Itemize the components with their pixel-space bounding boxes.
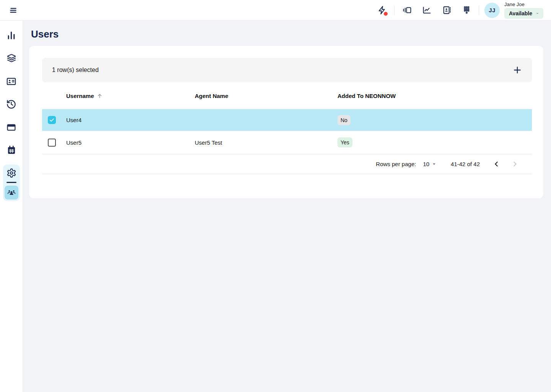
gallery-cards-button[interactable] xyxy=(400,3,414,17)
settings-group-divider xyxy=(7,182,16,183)
status-badge-yes: Yes xyxy=(337,137,352,147)
table-toolbar: 1 row(s) selected xyxy=(42,58,532,82)
add-user-button[interactable] xyxy=(510,62,525,78)
pagination-bar: Rows per page: 10 41-42 of 42 xyxy=(42,154,532,174)
main-content: Users 1 row(s) selected Username Agent N… xyxy=(23,21,551,392)
header-cell-username[interactable]: Username xyxy=(66,93,195,99)
rows-per-page-label: Rows per page: xyxy=(376,161,416,167)
plus-icon xyxy=(512,65,522,75)
sort-arrow-up-icon xyxy=(96,93,103,99)
sidebar-item-browser[interactable] xyxy=(2,118,21,136)
header-cell-agent-name[interactable]: Agent Name xyxy=(195,93,337,99)
gallery-cards-icon xyxy=(402,5,412,15)
selection-count-text: 1 row(s) selected xyxy=(52,67,99,74)
previous-page-button[interactable] xyxy=(490,158,503,171)
cell-username: User4 xyxy=(66,117,195,123)
rows-per-page-select[interactable]: 10 xyxy=(423,161,436,167)
history-icon xyxy=(6,99,16,109)
app-window-icon xyxy=(6,122,16,132)
table-row-user5[interactable]: User5 User5 Test Yes xyxy=(42,131,532,154)
cell-added: Yes xyxy=(337,137,532,147)
cell-agent-name: User5 Test xyxy=(195,139,337,146)
chart-line-button[interactable] xyxy=(420,3,434,17)
sidebar-item-calendar[interactable] xyxy=(2,141,21,159)
sidebar-item-contacts[interactable] xyxy=(2,72,21,90)
cell-checkbox xyxy=(42,139,66,147)
sidebar-item-history[interactable] xyxy=(2,95,21,113)
page-title: Users xyxy=(31,29,551,39)
sidebar-item-analytics[interactable] xyxy=(2,26,21,44)
rows-per-page-value: 10 xyxy=(423,161,429,167)
row-checkbox-checked[interactable] xyxy=(48,116,56,124)
pagination-range: 41-42 of 42 xyxy=(451,161,480,167)
cell-username: User5 xyxy=(66,139,195,146)
status-badge-no: No xyxy=(337,115,350,125)
layers-icon xyxy=(7,53,16,63)
sidebar-item-layers[interactable] xyxy=(2,49,21,67)
cell-added: No xyxy=(337,115,532,125)
notification-dot xyxy=(384,12,388,16)
avatar[interactable]: JJ xyxy=(484,3,500,18)
dialpad-icon xyxy=(462,5,471,15)
contact-book-icon xyxy=(442,5,452,15)
cell-checkbox xyxy=(42,116,66,124)
chevron-right-icon xyxy=(511,160,519,168)
chevron-down-icon xyxy=(536,11,539,16)
bar-chart-icon xyxy=(6,30,16,41)
column-label-added: Added To NEONNOW xyxy=(337,93,396,99)
id-card-icon xyxy=(6,76,16,87)
hamburger-icon xyxy=(9,6,18,15)
chart-line-icon xyxy=(422,5,432,15)
calendar-icon xyxy=(7,145,16,155)
status-label: Available xyxy=(509,10,532,16)
users-icon xyxy=(7,188,16,197)
table-row-user4[interactable]: User4 No xyxy=(42,109,532,131)
settings-nav-group xyxy=(3,165,20,201)
topbar-right-cluster: JJ Jane Joe Available xyxy=(375,2,543,19)
sidebar-item-users[interactable] xyxy=(5,186,18,199)
topbar-icon-group xyxy=(400,3,473,17)
notifications-button[interactable] xyxy=(375,3,389,17)
table-header-row: Username Agent Name Added To NEONNOW xyxy=(42,82,532,109)
chevron-left-icon xyxy=(492,160,500,168)
top-bar: JJ Jane Joe Available xyxy=(0,0,551,21)
users-card: 1 row(s) selected Username Agent Name Ad… xyxy=(29,46,543,198)
gear-icon xyxy=(7,168,16,178)
sidebar-item-settings[interactable] xyxy=(5,167,18,180)
select-caret-icon xyxy=(432,162,436,166)
header-cell-added[interactable]: Added To NEONNOW xyxy=(337,93,532,99)
sidebar xyxy=(0,21,23,392)
status-dropdown[interactable]: Available xyxy=(504,8,543,19)
hamburger-menu-button[interactable] xyxy=(7,3,20,17)
next-page-button[interactable] xyxy=(508,158,521,171)
user-block: Jane Joe Available xyxy=(504,2,543,19)
check-icon xyxy=(49,117,55,123)
divider xyxy=(479,6,479,15)
user-name: Jane Joe xyxy=(504,2,525,7)
row-checkbox-unchecked[interactable] xyxy=(48,139,56,147)
divider xyxy=(394,6,395,15)
dialpad-button[interactable] xyxy=(460,3,473,17)
column-label-username: Username xyxy=(66,93,94,99)
column-label-agent-name: Agent Name xyxy=(195,93,228,99)
contact-book-button[interactable] xyxy=(440,3,453,17)
